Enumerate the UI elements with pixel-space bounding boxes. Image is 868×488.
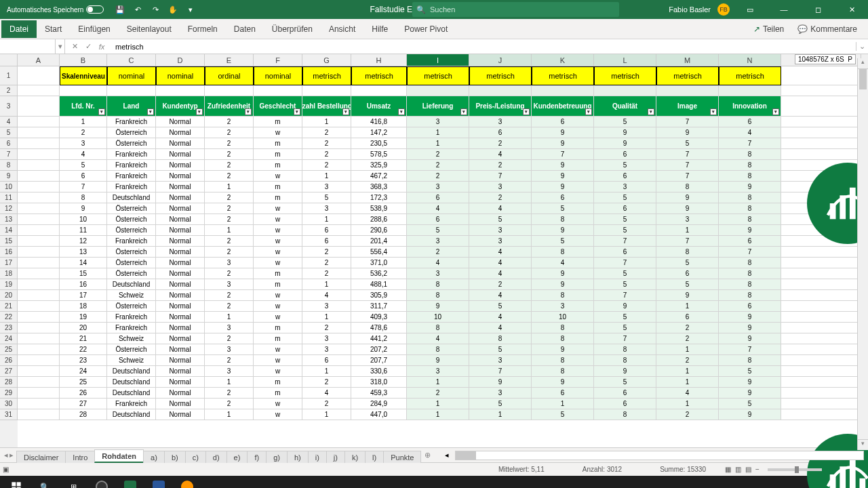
cell[interactable]: 325,9 (351, 160, 407, 171)
table-header[interactable]: Qualität▾ (594, 96, 656, 117)
table-header[interactable]: Anzahl Bestellungen▾ (302, 96, 351, 117)
comments-button[interactable]: 💬Kommentare (792, 22, 863, 37)
cell[interactable]: 8 (532, 333, 594, 344)
cell[interactable] (18, 268, 60, 279)
cell[interactable]: 1 (656, 301, 719, 312)
sheet-tab[interactable]: Disclaimer (16, 451, 66, 463)
row-header[interactable]: 6 (0, 138, 18, 149)
sheet-tab[interactable]: j) (326, 451, 345, 463)
cell[interactable]: 19 (60, 312, 107, 323)
cell[interactable] (781, 117, 861, 127)
cell[interactable]: 1 (656, 366, 719, 377)
cell[interactable]: 4 (469, 149, 532, 160)
cell[interactable]: 7 (656, 149, 719, 160)
cell[interactable]: m (254, 117, 302, 127)
row-header[interactable]: 28 (0, 377, 18, 388)
cell[interactable]: 4 (469, 290, 532, 301)
cancel-icon[interactable]: ✕ (69, 42, 80, 51)
namebox-dropdown-icon[interactable]: ▾ (56, 39, 65, 54)
cell[interactable]: 330,6 (351, 366, 407, 377)
cell[interactable] (18, 279, 60, 290)
cell[interactable]: 6 (302, 355, 351, 366)
cell[interactable] (781, 333, 861, 344)
cell[interactable]: m (254, 268, 302, 279)
cell[interactable]: w (254, 171, 302, 182)
cell[interactable]: 9 (656, 127, 719, 138)
row-header[interactable]: 30 (0, 399, 18, 409)
sheet-tab[interactable]: e) (226, 451, 248, 463)
cell[interactable]: 6 (469, 127, 532, 138)
cell[interactable]: w (254, 301, 302, 312)
row-header[interactable]: 24 (0, 333, 18, 344)
cell[interactable]: 2 (302, 268, 351, 279)
cell[interactable]: 3 (60, 138, 107, 149)
cell[interactable] (781, 279, 861, 290)
cell[interactable]: 2 (407, 160, 469, 171)
cell[interactable]: 4 (656, 388, 719, 399)
cell[interactable]: 3 (205, 258, 254, 268)
row-header[interactable]: 25 (0, 344, 18, 355)
cell[interactable]: Deutschland (107, 192, 156, 203)
cell[interactable]: m (254, 388, 302, 399)
cell[interactable]: 5 (594, 225, 656, 236)
cell[interactable]: 4 (469, 323, 532, 333)
cell[interactable]: 3 (407, 236, 469, 247)
cell[interactable] (18, 192, 60, 203)
cell[interactable]: 6 (719, 236, 781, 247)
cell[interactable]: Normal (156, 127, 205, 138)
cell[interactable]: 8 (719, 355, 781, 366)
cell[interactable] (18, 149, 60, 160)
row-header[interactable]: 29 (0, 388, 18, 399)
cell[interactable]: 201,4 (351, 236, 407, 247)
cell[interactable]: Normal (156, 333, 205, 344)
cell[interactable]: Österreich (107, 258, 156, 268)
filter-icon[interactable]: ▾ (648, 108, 654, 115)
cell[interactable]: 6 (594, 203, 656, 214)
cell[interactable] (18, 312, 60, 323)
cell[interactable]: 1 (656, 377, 719, 388)
cell[interactable]: 5 (469, 344, 532, 355)
cell[interactable]: Normal (156, 236, 205, 247)
cell[interactable]: 8 (719, 214, 781, 225)
excel-taskbar-icon[interactable] (117, 476, 144, 488)
cell[interactable] (594, 85, 656, 96)
cell[interactable]: nominal (107, 66, 156, 85)
close-icon[interactable]: ✕ (838, 0, 865, 19)
cell[interactable]: 1 (656, 344, 719, 355)
cell[interactable] (107, 85, 156, 96)
cell[interactable]: 578,5 (351, 149, 407, 160)
cell[interactable]: Normal (156, 388, 205, 399)
cell[interactable]: Frankreich (107, 182, 156, 192)
cell[interactable]: 7 (656, 117, 719, 127)
cell[interactable]: 9 (719, 377, 781, 388)
cell[interactable] (781, 290, 861, 301)
cell[interactable]: 1 (656, 399, 719, 409)
cell[interactable]: 9 (594, 127, 656, 138)
redo-icon[interactable]: ↷ (149, 3, 162, 16)
cell[interactable]: 2 (205, 160, 254, 171)
cell[interactable]: 9 (532, 127, 594, 138)
cell[interactable]: Normal (156, 182, 205, 192)
cell[interactable]: 5 (594, 323, 656, 333)
cell[interactable]: w (254, 258, 302, 268)
cell[interactable]: 2 (469, 279, 532, 290)
cell[interactable]: Normal (156, 279, 205, 290)
share-button[interactable]: ↗Teilen (748, 22, 789, 37)
ribbon-mode-icon[interactable]: ▭ (736, 0, 764, 19)
cell[interactable]: 9 (594, 366, 656, 377)
cell[interactable]: 2 (205, 214, 254, 225)
cell[interactable]: 3 (656, 214, 719, 225)
cell[interactable]: 2 (205, 268, 254, 279)
cell[interactable]: 5 (594, 160, 656, 171)
cell[interactable]: 8 (719, 258, 781, 268)
row-header[interactable]: 9 (0, 171, 18, 182)
cell[interactable]: 25 (60, 377, 107, 388)
sheet-tab[interactable]: f) (247, 451, 267, 463)
hscroll-thumb[interactable] (456, 451, 476, 460)
cell[interactable]: 6 (407, 192, 469, 203)
row-header[interactable]: 4 (0, 117, 18, 127)
cell[interactable]: 2 (205, 399, 254, 409)
fx-icon[interactable]: fx (96, 43, 107, 51)
cell[interactable]: metrisch (302, 66, 351, 85)
cell[interactable]: 4 (469, 258, 532, 268)
